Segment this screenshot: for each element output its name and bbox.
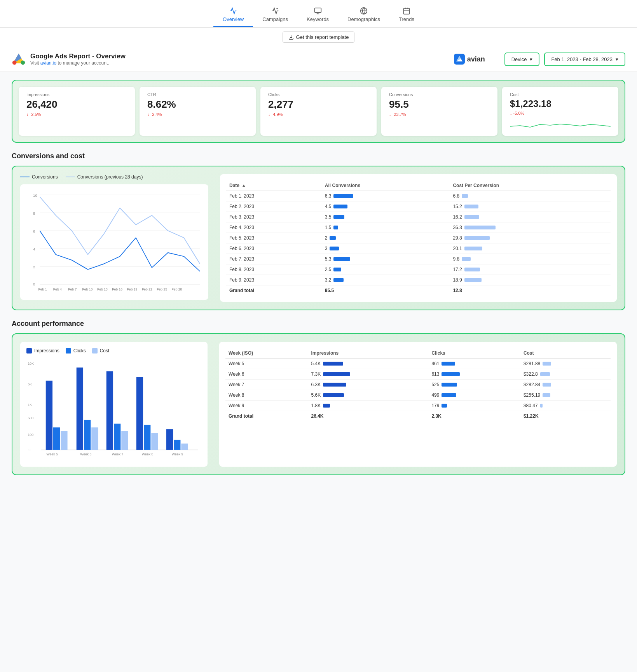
report-subtitle: Visit avian.io to manage your account. [30,60,126,66]
row-cost: $282.84 [520,380,611,390]
line-chart-wrap: 10 8 6 4 2 0 [20,184,208,300]
bar-w5-clicks [53,427,60,450]
svg-point-0 [276,8,277,9]
row-date: Feb 6, 2023 [226,243,322,254]
bar-w8-clicks [144,425,150,450]
svg-text:Feb 4: Feb 4 [53,288,62,292]
template-btn-label: Get this report template [296,34,349,40]
get-template-button[interactable]: Get this report template [283,32,355,43]
legend-line-dark [20,177,30,177]
legend-conversions: Conversions [20,174,58,180]
legend-label-impressions: Impressions [34,348,59,354]
conversions-change: ↓ -23.7% [389,112,490,117]
trends-icon [403,7,410,15]
campaigns-icon [271,7,279,15]
row-cost-per-conv: 6.8 [450,191,611,201]
template-banner: Get this report template [0,28,637,47]
row-conversions: 1.5 [322,222,450,233]
svg-text:Week 6: Week 6 [80,452,91,456]
conversions-section: Conversions Conversions (previous 28 day… [12,166,625,310]
row-date: Feb 7, 2023 [226,254,322,264]
date-range-dropdown[interactable]: Feb 1, 2023 - Feb 28, 2023 ▾ [544,52,625,66]
row-date: Feb 3, 2023 [226,212,322,222]
total-label: Grand total [226,285,322,296]
metric-impressions: Impressions 26,420 ↓ -2.5% [19,87,135,136]
metric-ctr: CTR 8.62% ↓ -2.4% [140,87,256,136]
svg-text:Feb 10: Feb 10 [82,288,93,292]
legend-clicks: Clicks [66,348,86,354]
nav-label-trends: Trends [399,16,414,22]
col-impressions: Impressions [308,348,429,359]
nav-item-overview[interactable]: Overview [213,4,253,27]
legend-label-clicks: Clicks [73,348,86,354]
col-date[interactable]: Date ▲ [226,180,322,191]
svg-text:Feb 22: Feb 22 [142,288,152,292]
row-cost-per-conv: 15.2 [450,201,611,212]
nav-item-demographics[interactable]: Demographics [338,4,389,27]
avian-logo-block: avian [454,54,485,65]
bar-w8-impressions [136,377,143,450]
performance-inner: Impressions Clicks Cost 10K 5 [20,342,617,467]
svg-text:Week 9: Week 9 [172,452,183,456]
row-cost-per-conv: 20.1 [450,243,611,254]
bar-chart-svg: 10K 5K 1K 500 100 0 [26,358,201,459]
row-week: Week 7 [225,380,308,390]
legend-label-prev: Conversions (previous 28 days) [77,174,143,180]
legend-impressions: Impressions [26,348,59,354]
row-conversions: 2 [322,233,450,243]
nav-item-trends[interactable]: Trends [389,4,424,27]
row-cost-per-conv: 16.2 [450,212,611,222]
performance-table-area: Week (ISO) Impressions Clicks Cost Week … [219,342,617,467]
conversions-section-title: Conversions and cost [12,152,625,160]
total-cost: 12.8 [450,285,611,296]
legend-line-light [66,177,75,177]
main-content: Impressions 26,420 ↓ -2.5% CTR 8.62% ↓ -… [0,72,637,492]
row-clicks: 613 [428,369,520,380]
table-row: Feb 1, 2023 6.3 6.8 [226,191,611,201]
table-row: Week 5 5.4K 461 $281.88 [225,359,611,369]
impressions-legend-box [26,348,32,354]
nav-item-keywords[interactable]: Keywords [297,4,338,27]
device-dropdown[interactable]: Device ▾ [504,52,540,66]
table-row: Feb 2, 2023 4.5 15.2 [226,201,611,212]
title-block: Google Ads Report - Overview Visit avian… [30,52,126,66]
demographics-icon [360,7,368,15]
clicks-change: ↓ -4.9% [268,112,369,117]
header-controls: Device ▾ Feb 1, 2023 - Feb 28, 2023 ▾ [504,52,625,66]
svg-text:Feb 28: Feb 28 [172,288,182,292]
table-total-row: Grand total 95.5 12.8 [226,285,611,296]
ctr-value: 8.62% [147,98,248,110]
bar-chart-area: Impressions Clicks Cost 10K 5 [20,342,208,467]
col-cost: Cost [520,348,611,359]
svg-text:Feb 25: Feb 25 [157,288,167,292]
table-row: Week 8 5.6K 499 $255.19 [225,390,611,401]
row-clicks: 525 [428,380,520,390]
legend-prev-conversions: Conversions (previous 28 days) [66,174,143,180]
perf-total-cost: $1.22K [520,411,611,422]
svg-text:Week 5: Week 5 [47,452,58,456]
conversions-chart-area: Conversions Conversions (previous 28 day… [20,174,208,302]
svg-text:10K: 10K [28,362,34,366]
avian-link[interactable]: avian.io [40,60,56,66]
report-header: Google Ads Report - Overview Visit avian… [0,47,637,72]
table-row: Feb 4, 2023 1.5 36.3 [226,222,611,233]
svg-text:10: 10 [33,193,37,198]
row-date: Feb 1, 2023 [226,191,322,201]
metrics-row: Impressions 26,420 ↓ -2.5% CTR 8.62% ↓ -… [12,80,625,143]
clicks-label: Clicks [268,92,369,97]
legend-label-conversions: Conversions [32,174,58,180]
table-row: Week 6 7.3K 613 $322.8 [225,369,611,380]
bar-w9-impressions [166,429,173,450]
perf-total-label: Grand total [225,411,308,422]
svg-point-12 [12,61,17,65]
col-all-conversions: All Conversions [322,180,450,191]
table-row: Feb 5, 2023 2 29.8 [226,233,611,243]
table-row: Feb 6, 2023 3 20.1 [226,243,611,254]
nav-item-campaigns[interactable]: Campaigns [253,4,297,27]
row-impressions: 5.4K [308,359,429,369]
cost-mini-chart [510,119,611,130]
download-icon [288,35,294,40]
row-clicks: 499 [428,390,520,401]
row-week: Week 8 [225,390,308,401]
performance-section: Impressions Clicks Cost 10K 5 [12,333,625,475]
